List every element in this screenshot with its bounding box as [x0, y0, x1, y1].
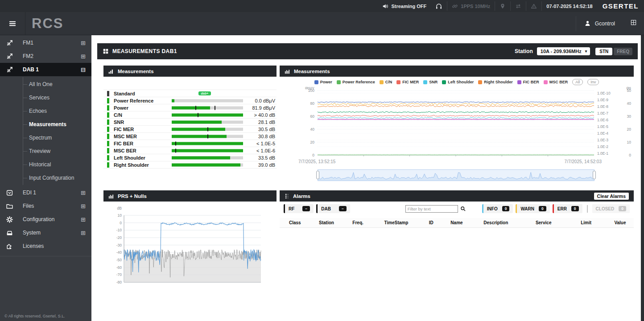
- legend-item-snr[interactable]: SNR: [423, 80, 438, 84]
- filter-input[interactable]: [405, 205, 458, 213]
- time-end: 7/7/2025, 14:52:03: [565, 159, 602, 164]
- sidebar-item-fm1[interactable]: FM1⊞: [0, 36, 91, 49]
- status-chip: [107, 91, 109, 96]
- sidebar-item-configuration[interactable]: Configuration⊞: [0, 213, 91, 226]
- sidebar-subitem-measurements[interactable]: Measurements: [23, 118, 91, 131]
- svg-text:1.0E-6: 1.0E-6: [597, 118, 608, 122]
- freq-button[interactable]: FREQ: [614, 48, 632, 55]
- username: Gcontrol: [595, 21, 615, 27]
- legend-inv-button[interactable]: Inv: [587, 79, 599, 85]
- svg-text:1.0E-1: 1.0E-1: [597, 151, 608, 156]
- count-badge: 0: [502, 206, 510, 211]
- expand-icon[interactable]: ⊞: [81, 203, 86, 210]
- sidebar-items: EDI 1⊞Files⊞Configuration⊞System⊞License…: [0, 186, 91, 253]
- sidebar-subitem-services[interactable]: Services: [23, 91, 91, 104]
- filter-dab[interactable]: DAB−: [316, 204, 350, 213]
- navigator-handle-right[interactable]: [593, 171, 596, 179]
- measurement-value: 33.5 dB: [258, 155, 277, 160]
- streaming-toggle[interactable]: Streaming OFF: [378, 0, 431, 12]
- legend-item-fic-ber[interactable]: FIC BER: [517, 80, 539, 84]
- bar-fill: [172, 149, 243, 152]
- sidebar-subitem-spectrum[interactable]: Spectrum: [23, 131, 91, 144]
- column-value[interactable]: Value: [607, 220, 634, 225]
- collapse-icon[interactable]: ⊟: [81, 66, 86, 73]
- navigator-handle-left[interactable]: [316, 171, 319, 179]
- legend-label: C/N: [385, 80, 392, 84]
- antenna-icon: [6, 53, 13, 60]
- page-title: MEASUREMENTS DAB1: [112, 48, 177, 54]
- sidebar-subitem-treeview[interactable]: Treeview: [23, 144, 91, 158]
- svg-text:0: 0: [120, 221, 122, 225]
- sidebar-subitem-label: Services: [29, 95, 50, 101]
- sidebar-item-system[interactable]: System⊞: [0, 226, 91, 239]
- svg-text:40: 40: [310, 127, 315, 132]
- clear-alarms-button[interactable]: Clear Alarms: [594, 192, 629, 200]
- alarm-filter-info[interactable]: INFO0: [482, 204, 513, 213]
- legend-item-left-shoulder[interactable]: Left Shoulder: [442, 80, 474, 84]
- sidebar-subitem-historical[interactable]: Historical: [23, 158, 91, 171]
- brand-logo: GSERTEL: [597, 0, 644, 12]
- sidebar-subitem-label: Input Configuration: [29, 175, 74, 181]
- sidebar-subitem-echoes[interactable]: Echoes: [23, 104, 91, 118]
- legend-item-right-shoulder[interactable]: Right Shoulder: [478, 80, 513, 84]
- filter-rf[interactable]: RF−: [284, 204, 314, 213]
- chart-navigator[interactable]: [318, 169, 594, 181]
- expand-icon[interactable]: ⊞: [81, 40, 86, 46]
- legend-label: MSC BER: [549, 80, 568, 84]
- sidebar-item-licenses[interactable]: Licenses: [0, 239, 91, 253]
- column-name[interactable]: Name: [443, 220, 470, 225]
- transfer-button: [511, 0, 526, 12]
- column-class[interactable]: Class: [280, 220, 310, 225]
- column-station[interactable]: Station: [310, 220, 343, 225]
- legend-item-power[interactable]: Power: [314, 80, 332, 84]
- bar-mark: [198, 113, 198, 117]
- expand-icon[interactable]: ⊞: [81, 53, 86, 60]
- expand-icon[interactable]: ⊞: [81, 189, 86, 196]
- sidebar-item-edi-1[interactable]: EDI 1⊞: [0, 186, 91, 199]
- legend-item-c-n[interactable]: C/N: [380, 80, 392, 84]
- legend-item-msc-ber[interactable]: MSC BER: [544, 80, 568, 84]
- bar-chart-icon: [108, 68, 114, 74]
- status-chip: [107, 162, 109, 168]
- station-select[interactable]: 10A - 209.936MHz ▾: [537, 47, 590, 55]
- status-chip: [107, 98, 109, 103]
- measurement-row-snr: SNR28.1 dB: [103, 119, 277, 126]
- alarm-filter-warn[interactable]: WARN0: [516, 204, 549, 213]
- column-id[interactable]: ID: [419, 220, 443, 225]
- column-timestamp[interactable]: TimeStamp: [373, 220, 419, 225]
- legend-item-fic-mer[interactable]: FIC MER: [396, 80, 419, 84]
- search-icon[interactable]: [460, 206, 466, 212]
- legend-item-power-reference[interactable]: Power Reference: [337, 80, 375, 84]
- measurement-label: MSC MER: [114, 134, 137, 139]
- svg-text:dB: dB: [117, 206, 122, 210]
- sidebar-item-files[interactable]: Files⊞: [0, 199, 91, 213]
- alarm-filter-err[interactable]: ERR0: [553, 204, 582, 213]
- headphones-button[interactable]: [431, 0, 447, 12]
- datetime: 07-07-2025 14:52:18: [542, 0, 597, 12]
- sidebar-item-fm2[interactable]: FM2⊞: [0, 49, 91, 63]
- legend-all-button[interactable]: All: [572, 79, 583, 85]
- user-menu[interactable]: Gcontrol: [576, 16, 623, 31]
- expand-icon[interactable]: ⊞: [81, 216, 86, 223]
- alarms-table-header: ClassStationFreq.TimeStampIDNameDescript…: [280, 218, 634, 228]
- sidebar-item-dab-1[interactable]: DAB 1⊟: [0, 63, 91, 76]
- column-freq[interactable]: Freq.: [343, 220, 373, 225]
- column-service[interactable]: Service: [521, 220, 566, 225]
- measurement-value: 28.1 dB: [258, 119, 277, 125]
- severity-filters: INFO0WARN0ERR0: [482, 204, 582, 213]
- sidebar-subitem-input-configuration[interactable]: Input Configuration: [23, 171, 91, 185]
- menu-toggle[interactable]: [0, 12, 25, 35]
- station-label: Station: [515, 48, 533, 54]
- legend-swatch: [517, 80, 521, 84]
- sidebar-subitem-all-in-one[interactable]: All In One: [23, 78, 91, 91]
- expand-icon[interactable]: ⊞: [81, 230, 86, 236]
- closed-filter[interactable]: CLOSED 0: [592, 204, 630, 213]
- column-description[interactable]: Description: [471, 220, 522, 225]
- warning-status: [526, 0, 541, 12]
- collapse-badge[interactable]: −: [302, 206, 310, 211]
- column-limit[interactable]: Limit: [566, 220, 607, 225]
- stn-button[interactable]: STN: [595, 48, 612, 55]
- svg-text:0: 0: [312, 153, 314, 157]
- app-grid-button[interactable]: [623, 19, 644, 28]
- collapse-badge[interactable]: −: [339, 206, 347, 211]
